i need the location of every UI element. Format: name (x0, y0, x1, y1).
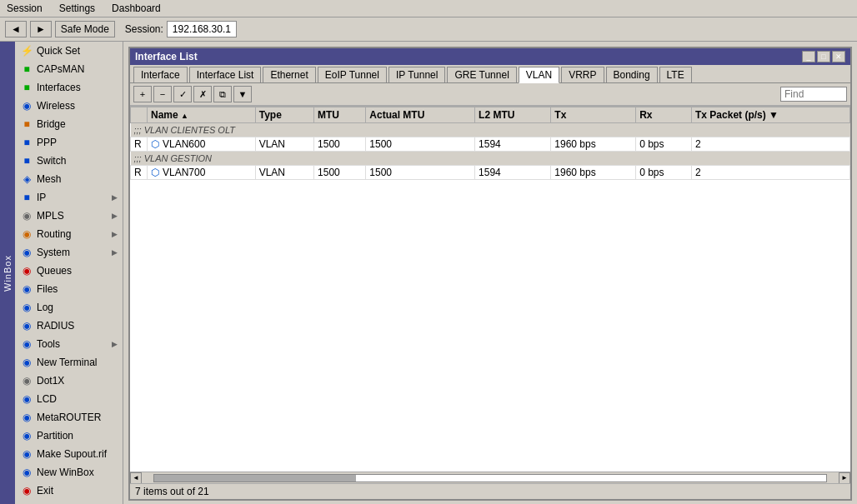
mpls-arrow: ▶ (112, 212, 118, 220)
sidebar-item-queues[interactable]: ◉ Queues (15, 262, 123, 280)
sidebar-item-mesh[interactable]: ◈ Mesh (15, 170, 123, 188)
sidebar-label-ppp: PPP (37, 137, 57, 148)
tab-vlan[interactable]: VLAN (519, 67, 559, 83)
lcd-icon: ◉ (20, 392, 33, 406)
col-rx[interactable]: Rx (636, 107, 692, 123)
ip-arrow: ▶ (112, 193, 118, 202)
tab-interface-list[interactable]: Interface List (189, 67, 262, 82)
sidebar-item-bridge[interactable]: ■ Bridge (15, 115, 123, 133)
sidebar-item-metarouter[interactable]: ◉ MetaROUTER (15, 408, 123, 427)
tab-eoip-tunnel[interactable]: EoIP Tunnel (318, 67, 387, 82)
sidebar-item-ip[interactable]: ■ IP ▶ (15, 188, 123, 207)
sidebar-item-quick-set[interactable]: ⚡ Quick Set (15, 42, 123, 60)
row-txp-vlan700: 2 (692, 166, 850, 180)
system-arrow: ▶ (112, 248, 118, 257)
col-l2-mtu[interactable]: L2 MTU (475, 107, 551, 123)
tools-icon: ◉ (20, 337, 33, 351)
interface-table: Name ▲ Type MTU Actual MTU L2 MTU Tx Rx … (130, 107, 850, 180)
tab-vrrp[interactable]: VRRP (561, 67, 604, 82)
scroll-right-button[interactable]: ► (839, 472, 850, 484)
col-tx-packet[interactable]: Tx Packet (p/s) ▼ (692, 107, 850, 123)
sidebar-item-radius[interactable]: ◉ RADIUS (15, 317, 123, 335)
col-flag[interactable] (131, 107, 148, 123)
partition-icon: ◉ (20, 429, 33, 442)
tab-ip-tunnel[interactable]: IP Tunnel (388, 67, 445, 82)
menu-settings[interactable]: Settings (56, 2, 98, 15)
routing-arrow: ▶ (112, 230, 118, 238)
find-input[interactable] (780, 87, 847, 102)
sidebar-item-capsman[interactable]: ■ CAPsMAN (15, 60, 123, 78)
remove-button[interactable]: − (153, 86, 172, 102)
sidebar-item-routing[interactable]: ◉ Routing ▶ (15, 225, 123, 243)
disable-button[interactable]: ✗ (193, 86, 212, 102)
sidebar-label-queues: Queues (37, 265, 72, 277)
sidebar-label-capsman: CAPsMAN (37, 63, 84, 75)
section-header-text-clientes: ;;; VLAN CLIENTES OLT (131, 123, 850, 137)
minimize-button[interactable]: _ (802, 51, 815, 62)
sidebar-item-mpls[interactable]: ◉ MPLS ▶ (15, 207, 123, 225)
add-button[interactable]: + (133, 86, 152, 102)
window-title: Interface List (135, 51, 198, 62)
list-toolbar: + − ✓ ✗ ⧉ ▼ (130, 83, 850, 106)
row-flag-vlan600: R (131, 137, 148, 152)
sidebar-item-files[interactable]: ◉ Files (15, 280, 123, 298)
tab-ethernet[interactable]: Ethernet (263, 67, 315, 82)
sidebar-label-interfaces: Interfaces (37, 82, 81, 93)
menu-dashboard[interactable]: Dashboard (108, 2, 164, 15)
sidebar-label-log: Log (37, 302, 53, 313)
sidebar-label-switch: Switch (37, 155, 66, 167)
sidebar-item-partition[interactable]: ◉ Partition (15, 427, 123, 445)
filter-button[interactable]: ▼ (233, 86, 252, 102)
sidebar-item-switch[interactable]: ■ Switch (15, 152, 123, 170)
sidebar-label-ip: IP (37, 192, 46, 203)
sidebar-item-exit[interactable]: ◉ Exit (15, 482, 123, 500)
sidebar-item-dot1x[interactable]: ◉ Dot1X (15, 372, 123, 390)
tab-lte[interactable]: LTE (659, 67, 692, 82)
back-button[interactable]: ◄ (5, 21, 27, 37)
tab-bonding[interactable]: Bonding (606, 67, 658, 82)
sidebar-item-system[interactable]: ◉ System ▶ (15, 243, 123, 262)
close-button[interactable]: ✕ (832, 51, 845, 62)
col-tx[interactable]: Tx (551, 107, 636, 123)
sidebar-item-tools[interactable]: ◉ Tools ▶ (15, 335, 123, 353)
sidebar-item-new-terminal[interactable]: ◉ New Terminal (15, 353, 123, 372)
sidebar-label-routing: Routing (37, 228, 71, 240)
sidebar-item-lcd[interactable]: ◉ LCD (15, 390, 123, 408)
sidebar-label-partition: Partition (37, 430, 73, 442)
sidebar-item-ppp[interactable]: ■ PPP (15, 133, 123, 152)
forward-button[interactable]: ► (30, 21, 52, 37)
sidebar-item-interfaces[interactable]: ■ Interfaces (15, 78, 123, 97)
tab-gre-tunnel[interactable]: GRE Tunnel (447, 67, 516, 82)
table-row[interactable]: R ⬡VLAN600 VLAN 1500 1500 1594 1960 bps … (131, 137, 850, 152)
mesh-icon: ◈ (20, 172, 33, 186)
row-mtu-vlan600: 1500 (314, 137, 366, 152)
metarouter-icon: ◉ (20, 411, 33, 424)
sidebar-item-wireless[interactable]: ◉ Wireless (15, 97, 123, 115)
table-row[interactable]: R ⬡VLAN700 VLAN 1500 1500 1594 1960 bps … (131, 166, 850, 180)
tab-interface[interactable]: Interface (133, 67, 188, 82)
copy-button[interactable]: ⧉ (213, 86, 232, 102)
capsman-icon: ■ (20, 62, 33, 76)
scroll-left-button[interactable]: ◄ (130, 472, 142, 484)
interface-list-window: Interface List _ □ ✕ Interface Interface… (128, 47, 852, 501)
wireless-icon: ◉ (20, 99, 33, 112)
window-controls: _ □ ✕ (802, 51, 845, 62)
col-menu-icon[interactable]: ▼ (769, 109, 779, 121)
menu-session[interactable]: Session (3, 2, 46, 15)
col-name[interactable]: Name ▲ (148, 107, 256, 123)
sidebar-item-log[interactable]: ◉ Log (15, 298, 123, 317)
section-header-gestion: ;;; VLAN GESTION (131, 152, 850, 166)
sidebar-item-make-supout[interactable]: ◉ Make Supout.rif (15, 445, 123, 463)
maximize-button[interactable]: □ (817, 51, 830, 62)
col-mtu[interactable]: MTU (314, 107, 366, 123)
col-actual-mtu[interactable]: Actual MTU (366, 107, 475, 123)
enable-button[interactable]: ✓ (173, 86, 192, 102)
scroll-track[interactable] (153, 474, 827, 482)
scroll-thumb[interactable] (154, 475, 356, 482)
sidebar-item-new-winbox[interactable]: ◉ New WinBox (15, 463, 123, 482)
ppp-icon: ■ (20, 136, 33, 149)
safe-mode-button[interactable]: Safe Mode (55, 21, 115, 37)
sidebar-label-lcd: LCD (37, 393, 57, 405)
col-type[interactable]: Type (255, 107, 313, 123)
interfaces-icon: ■ (20, 81, 33, 94)
